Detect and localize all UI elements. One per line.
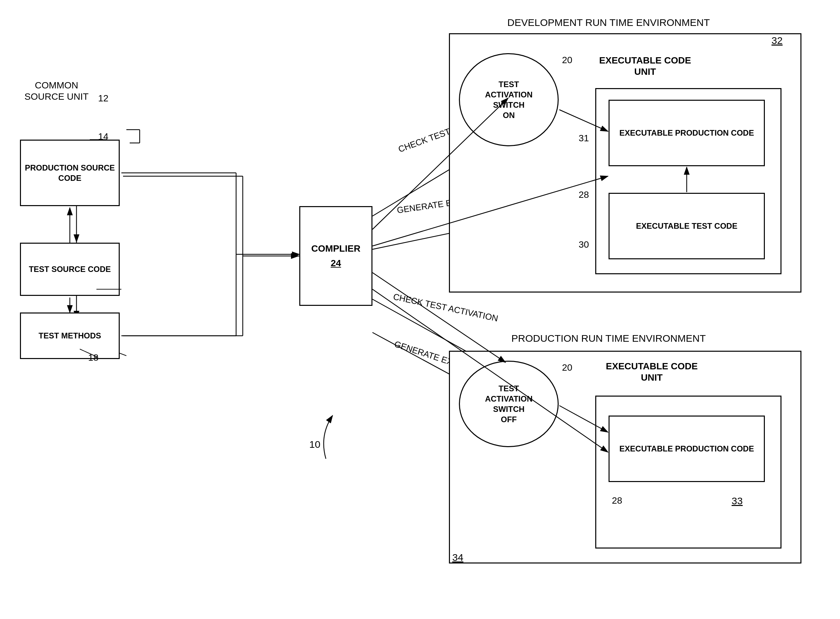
num-31: 31: [579, 133, 589, 144]
exec-code-unit-prod-label: EXECUTABLE CODE UNIT: [595, 361, 708, 383]
test-activation-switch-off-circle: TESTACTIVATIONSWITCHOFF: [459, 361, 559, 447]
num-33: 33: [732, 495, 743, 507]
num-10: 10: [309, 439, 320, 450]
test-activation-switch-on-circle: TESTACTIVATIONSWITCHON: [459, 53, 559, 146]
production-source-code-box: PRODUCTION SOURCE CODE: [20, 140, 120, 206]
exec-production-code-dev-box: EXECUTABLE PRODUCTION CODE: [609, 100, 765, 166]
check-test-activation-lower-label: CHECK TEST ACTIVATION: [376, 288, 515, 327]
num-34: 34: [452, 552, 463, 563]
test-methods-box: TEST METHODS: [20, 312, 120, 359]
num-28-prod: 28: [612, 495, 622, 506]
compiler-box: COMPLIER 24: [299, 206, 373, 306]
num-30: 30: [579, 239, 589, 250]
common-source-unit-label: COMMON SOURCE UNIT: [16, 80, 96, 102]
dev-env-title-label: DEVELOPMENT RUN TIME ENVIRONMENT: [459, 16, 758, 28]
num-32: 32: [771, 35, 783, 46]
num-20-dev: 20: [562, 55, 572, 66]
num-20-prod: 20: [562, 362, 572, 373]
exec-test-code-box: EXECUTABLE TEST CODE: [609, 193, 765, 259]
num-12: 12: [98, 93, 108, 104]
num-18: 18: [88, 352, 99, 363]
exec-code-unit-dev-label: EXECUTABLE CODE UNIT: [592, 55, 698, 77]
num-28-dev: 28: [579, 190, 589, 200]
exec-production-code-prod-box: EXECUTABLE PRODUCTION CODE: [609, 416, 765, 482]
test-source-code-box: TEST SOURCE CODE: [20, 243, 120, 296]
prod-env-title-label: PRODUCTION RUN TIME ENVIRONMENT: [459, 332, 758, 344]
